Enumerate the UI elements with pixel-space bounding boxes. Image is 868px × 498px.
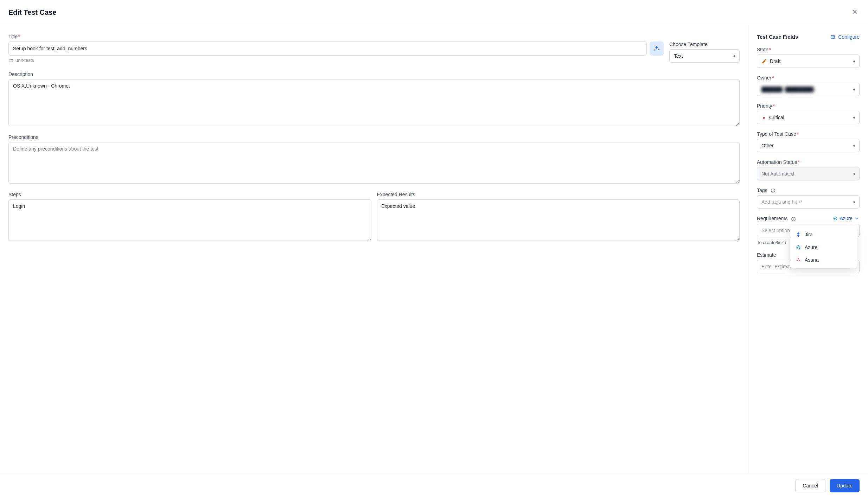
expected-label: Expected Results [377, 192, 740, 197]
svg-point-10 [773, 190, 773, 190]
preconditions-label: Preconditions [8, 134, 740, 140]
close-icon [851, 8, 858, 15]
svg-point-7 [832, 38, 834, 39]
state-value: Draft [770, 58, 780, 64]
priority-select[interactable]: Critical ▴▾ [757, 111, 860, 124]
steps-textarea[interactable]: Login [8, 199, 371, 241]
steps-expected-row: Steps Login Expected Results Expected va… [8, 192, 740, 249]
tags-input[interactable]: Add tags and hit ↵ ▴▾ [757, 195, 860, 209]
expected-field: Expected Results Expected value [377, 192, 740, 242]
svg-point-5 [834, 36, 835, 37]
info-icon[interactable] [771, 188, 776, 193]
svg-point-13 [793, 218, 794, 218]
side-column: Test Case Fields Configure State* Draft … [748, 25, 868, 473]
tags-field: Tags Add tags and hit ↵ ▴▾ [757, 187, 860, 209]
owner-value: ██████ (████████) [761, 87, 815, 92]
priority-value: Critical [769, 115, 784, 120]
chevron-updown-icon: ▴▾ [853, 200, 855, 203]
template-field-wrap: Choose Template Text ▴▾ [669, 42, 740, 63]
template-label: Choose Template [669, 42, 740, 47]
priority-label: Priority* [757, 103, 860, 109]
steps-label: Steps [8, 192, 371, 197]
edit-test-case-dialog: Edit Test Case Title* Choose Template [0, 0, 868, 498]
chevron-updown-icon: ▴▾ [853, 144, 855, 147]
dropdown-item-jira[interactable]: Jira [790, 228, 857, 241]
automation-label: Automation Status* [757, 159, 860, 165]
dialog-header: Edit Test Case [0, 0, 868, 25]
pencil-icon [761, 58, 767, 64]
svg-point-16 [798, 258, 799, 260]
chevron-updown-icon: ▴▾ [853, 172, 855, 175]
type-label: Type of Test Case* [757, 131, 860, 137]
asana-icon [796, 257, 801, 263]
requirements-source-dropdown[interactable]: Azure [832, 216, 860, 221]
dropdown-item-asana[interactable]: Asana [790, 254, 857, 266]
priority-field: Priority* Critical ▴▾ [757, 103, 860, 124]
requirements-label: Requirements [757, 216, 796, 221]
update-button[interactable]: Update [830, 479, 860, 492]
title-input[interactable] [8, 42, 647, 56]
svg-point-3 [832, 35, 833, 36]
owner-select[interactable]: ██████ (████████) ▴▾ [757, 83, 860, 96]
preconditions-textarea[interactable] [8, 142, 740, 184]
dialog-body: Title* Choose Template Text ▴▾ [0, 25, 868, 473]
steps-field: Steps Login [8, 192, 371, 242]
template-value: Text [674, 53, 683, 59]
jira-icon [796, 232, 801, 237]
dropdown-item-azure[interactable]: Azure [790, 241, 857, 254]
preconditions-field: Preconditions [8, 134, 740, 185]
folder-icon [8, 58, 13, 63]
configure-link[interactable]: Configure [830, 34, 860, 40]
automation-value: Not Automated [761, 171, 794, 177]
chevron-down-icon [854, 216, 860, 221]
dialog-title: Edit Test Case [8, 8, 56, 17]
owner-field: Owner* ██████ (████████) ▴▾ [757, 75, 860, 96]
tags-placeholder: Add tags and hit ↵ [761, 199, 803, 205]
svg-point-17 [797, 260, 798, 261]
type-select[interactable]: Other ▴▾ [757, 139, 860, 152]
priority-critical-icon [761, 115, 766, 120]
folder-name: unit-tests [15, 58, 34, 63]
title-field-wrap: Title* [8, 34, 664, 56]
close-button[interactable] [850, 7, 860, 18]
state-field: State* Draft ▴▾ [757, 47, 860, 68]
side-header: Test Case Fields Configure [757, 34, 860, 40]
requirements-field: Requirements Azure Select options To cre… [757, 216, 860, 245]
automation-field: Automation Status* Not Automated ▴▾ [757, 159, 860, 180]
chevron-updown-icon: ▴▾ [853, 116, 855, 119]
folder-breadcrumb[interactable]: unit-tests [8, 58, 740, 63]
dialog-footer: Cancel Update [0, 473, 868, 498]
template-select[interactable]: Text ▴▾ [669, 49, 740, 63]
state-label: State* [757, 47, 860, 52]
svg-point-18 [799, 260, 800, 261]
type-value: Other [761, 143, 774, 148]
chevron-updown-icon: ▴▾ [733, 55, 735, 57]
tags-label: Tags [757, 187, 860, 193]
chevron-updown-icon: ▴▾ [853, 88, 855, 91]
title-label: Title* [8, 34, 664, 39]
sparkle-icon [653, 45, 660, 52]
chevron-updown-icon: ▴▾ [853, 60, 855, 63]
azure-icon [796, 244, 801, 250]
type-field: Type of Test Case* Other ▴▾ [757, 131, 860, 152]
cancel-button[interactable]: Cancel [795, 479, 825, 492]
ai-suggest-button[interactable] [650, 42, 664, 56]
owner-label: Owner* [757, 75, 860, 81]
state-select[interactable]: Draft ▴▾ [757, 55, 860, 68]
azure-icon [832, 216, 838, 221]
automation-select[interactable]: Not Automated ▴▾ [757, 167, 860, 180]
side-title: Test Case Fields [757, 34, 798, 40]
sliders-icon [830, 34, 836, 40]
requirements-placeholder: Select options [761, 228, 792, 233]
description-textarea[interactable]: OS X,Unknown - Chrome, [8, 79, 740, 126]
main-column: Title* Choose Template Text ▴▾ [0, 25, 748, 473]
svg-point-15 [797, 246, 800, 249]
info-icon[interactable] [791, 217, 796, 222]
svg-point-14 [834, 217, 837, 220]
description-field: Description OS X,Unknown - Chrome, [8, 71, 740, 127]
source-dropdown-menu: Jira Azure Asana [790, 226, 857, 268]
expected-textarea[interactable]: Expected value [377, 199, 740, 241]
description-label: Description [8, 71, 740, 77]
